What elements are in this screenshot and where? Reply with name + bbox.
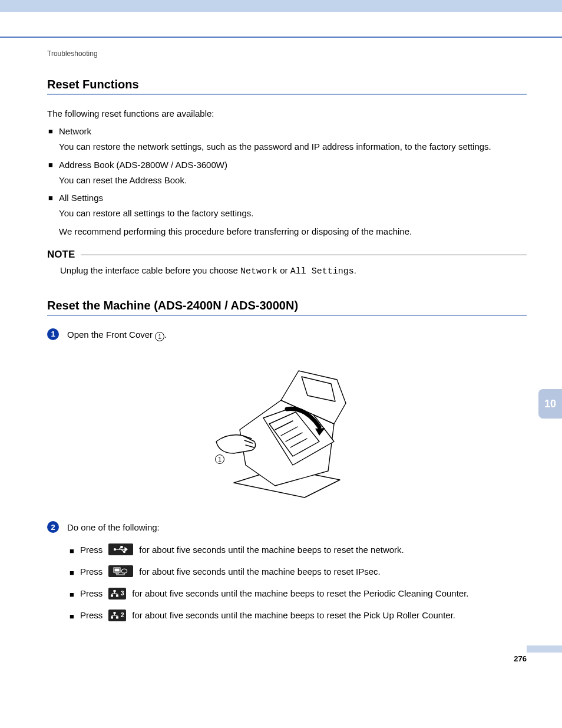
note-block: NOTE Unplug the interface cable before y…	[47, 249, 527, 279]
bullet-title-allsettings: All Settings	[47, 193, 527, 203]
svg-rect-5	[114, 590, 115, 592]
press-text-cleaning: for about five seconds until the machine…	[132, 587, 468, 600]
bullet-body-allsettings-2: We recommend performing this procedure b…	[47, 225, 527, 238]
step-number-1: 1	[47, 328, 59, 340]
footer-accent-bar	[527, 645, 562, 653]
page-content: Troubleshooting Reset Functions The foll…	[0, 38, 562, 654]
badge-2: 2	[121, 611, 124, 620]
press-label: Press	[80, 565, 103, 578]
badge-3: 3	[121, 589, 124, 598]
press-text-network: for about five seconds until the machine…	[139, 543, 404, 556]
svg-rect-7	[117, 595, 118, 597]
press-label: Press	[80, 608, 103, 622]
svg-point-0	[114, 549, 116, 551]
bullet-body-allsettings-1: You can restore all settings to the fact…	[47, 206, 527, 220]
press-item-pickup: Press 2 for about five seconds until the…	[68, 608, 527, 622]
heading-reset-machine: Reset the Machine (ADS-2400N / ADS-3000N…	[47, 299, 527, 316]
scanner-diagram	[199, 347, 375, 506]
note-mono-allsettings: All Settings	[290, 266, 354, 276]
step-1-suf: .	[164, 330, 167, 340]
press-text-ipsec: for about five seconds until the machine…	[139, 565, 380, 578]
svg-rect-4	[115, 569, 119, 571]
note-suf: .	[354, 265, 356, 275]
note-label: NOTE	[47, 249, 75, 261]
top-accent-bar	[0, 0, 562, 12]
bullet-body-addressbook: You can reset the Address Book.	[47, 173, 527, 187]
press-list: Press for about five seconds until the m…	[47, 543, 527, 622]
bullet-title-network: Network	[47, 126, 527, 136]
step-1-pre: Open the Front Cover	[67, 330, 155, 340]
svg-rect-8	[114, 612, 115, 614]
note-line	[81, 255, 527, 255]
net-2-icon: 2	[108, 610, 126, 621]
note-pre: Unplug the interface cable before you ch…	[60, 265, 240, 275]
press-item-network: Press for about five seconds until the m…	[68, 543, 527, 556]
note-mono-network: Network	[240, 266, 277, 276]
chapter-tab: 10	[538, 389, 562, 419]
bullet-title-addressbook: Address Book (ADS-2800W / ADS-3600W)	[47, 160, 527, 170]
net-3-icon: 3	[108, 588, 126, 599]
note-mid: or	[277, 265, 290, 275]
usb-icon	[108, 543, 133, 555]
step-2: 2 Do one of the following:	[47, 521, 527, 534]
breadcrumb: Troubleshooting	[47, 50, 527, 58]
step-1-ref: 1	[155, 332, 164, 341]
press-item-cleaning: Press 3 for about five seconds until the…	[68, 587, 527, 600]
svg-rect-10	[117, 617, 118, 618]
page-footer: 276	[0, 654, 562, 663]
step-1: 1 Open the Front Cover 1.	[47, 328, 527, 342]
svg-rect-9	[111, 617, 113, 618]
pc-icon	[108, 565, 133, 577]
page-number: 276	[514, 654, 527, 663]
step-2-text: Do one of the following:	[67, 521, 527, 534]
intro-text: The following reset functions are availa…	[47, 107, 527, 120]
note-text: Unplug the interface cable before you ch…	[47, 261, 527, 279]
bullet-body-network: You can restore the network settings, su…	[47, 140, 527, 153]
machine-figure: 1	[47, 347, 527, 506]
press-text-pickup: for about five seconds until the machine…	[132, 608, 455, 622]
heading-reset-functions: Reset Functions	[47, 78, 527, 95]
press-label: Press	[80, 587, 103, 600]
svg-rect-6	[111, 595, 113, 597]
svg-rect-1	[121, 546, 123, 548]
press-item-ipsec: Press for about five seconds until the m…	[68, 565, 527, 578]
step-1-text: Open the Front Cover 1.	[67, 328, 527, 342]
step-number-2: 2	[47, 521, 59, 533]
press-label: Press	[80, 543, 103, 556]
